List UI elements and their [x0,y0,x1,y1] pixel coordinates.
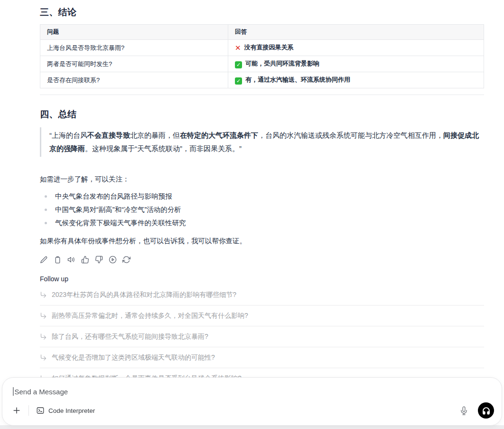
thumbs-down-icon[interactable] [95,256,103,264]
quote-text-bold: 在特定的大气环流条件下 [180,131,258,139]
answer-cell: ✓可能，受共同环流背景影响 [228,56,484,72]
followup-suggestion[interactable]: 气候变化是否增加了这类跨区域极端天气联动的可能性? [40,347,484,368]
section-divider [40,95,484,95]
table-header-row: 问题 回答 [40,25,484,40]
list-item-text: 气候变化背景下极端天气事件的关联性研究 [55,219,186,227]
intro-paragraph: 如需进一步了解，可以关注： [40,175,484,184]
followup-text: 气候变化是否增加了这类跨区域极端天气联动的可能性? [52,353,215,362]
voice-mode-button[interactable] [478,402,494,419]
attach-plus-button[interactable] [12,406,21,415]
section-heading-conclusion: 三、结论 [40,6,484,19]
chat-message-area: 三、结论 问题 回答 上海台风是否导致北京暴雨? ✕没有直接因果关系 两者是否可… [40,0,484,389]
cross-mark-icon: ✕ [235,44,241,52]
controls-divider [28,405,29,416]
composer-controls: Code Interpreter [12,402,494,419]
check-mark-icon: ✓ [235,61,242,68]
question-cell: 上海台风是否导致北京暴雨? [40,40,228,56]
followup-suggestion[interactable]: 除了台风，还有哪些天气系统可能间接导致北京暴雨? [40,326,484,347]
terminal-icon [36,406,45,415]
quote-text-bold: 不会直接导致 [87,131,130,139]
summary-blockquote: “上海的台风不会直接导致北京的暴雨，但在特定的大气环流条件下，台风的水汽输送或残… [40,127,484,157]
message-composer[interactable]: Send a Message Code Interpreter [2,377,502,426]
corner-down-right-icon [40,354,47,361]
followup-text: 2023年杜苏芮台风的具体路径和对北京降雨的影响有哪些细节? [52,291,236,299]
quote-text: “上海的台风 [49,131,87,139]
followup-suggestion[interactable]: 副热带高压异常偏北时，通常会持续多久，对全国天气有什么影响? [40,305,484,326]
answer-cell: ✕没有直接因果关系 [228,40,484,56]
message-action-bar [40,256,484,264]
message-input-placeholder: Send a Message [15,388,68,396]
answer-text: 有，通过水汽输送、环流系统协同作用 [245,76,350,83]
quote-text: 北京的暴雨，但 [130,131,180,139]
quote-text: 。这种现象属于“天气系统联动”，而非因果关系。” [85,144,242,153]
table-row: 上海台风是否导致北京暴雨? ✕没有直接因果关系 [40,40,484,56]
question-cell: 是否存在间接联系? [40,72,228,88]
closing-paragraph: 如果你有具体年份或事件想分析，也可以告诉我，我可以帮你查证。 [40,237,484,246]
followup-text: 副热带高压异常偏北时，通常会持续多久，对全国天气有什么影响? [52,312,248,320]
regenerate-icon[interactable] [122,256,131,264]
page-bottom-strip [0,425,504,429]
speaker-icon[interactable] [67,256,75,264]
code-interpreter-button[interactable]: Code Interpreter [36,406,95,415]
list-item-text: 中国气象局对“副高”和“冷空气”活动的分析 [55,206,181,213]
list-item-text: 中央气象台发布的台风路径与影响预报 [55,192,172,200]
code-interpreter-label: Code Interpreter [48,407,95,414]
column-header-answer: 回答 [228,25,484,40]
list-item: 气候变化背景下极端天气事件的关联性研究 [40,216,484,229]
quote-text: ，台风的水汽输送或残余系统可能与北方冷空气相互作用， [258,131,443,139]
headphones-icon [482,406,491,415]
corner-down-right-icon [40,312,47,319]
table-row: 是否存在间接联系? ✓有，通过水汽输送、环流系统协同作用 [40,72,484,88]
table-row: 两者是否可能同时发生? ✓可能，受共同环流背景影响 [40,56,484,72]
followup-suggestion[interactable]: 2023年杜苏芮台风的具体路径和对北京降雨的影响有哪些细节? [40,285,484,305]
text-caret [13,387,14,396]
play-circle-icon[interactable] [109,256,117,264]
list-item: 中央气象台发布的台风路径与影响预报 [40,190,484,203]
column-header-question: 问题 [40,25,228,40]
corner-down-right-icon [40,291,47,298]
thumbs-up-icon[interactable] [81,256,89,264]
check-mark-icon: ✓ [235,77,242,85]
edit-icon[interactable] [40,256,48,264]
list-item: 中国气象局对“副高”和“冷空气”活动的分析 [40,203,484,216]
followup-section: Follow up 2023年杜苏芮台风的具体路径和对北京降雨的影响有哪些细节?… [40,275,484,389]
copy-icon[interactable] [54,256,62,264]
topics-list: 中央气象台发布的台风路径与影响预报 中国气象局对“副高”和“冷空气”活动的分析 … [40,190,484,229]
followup-label: Follow up [40,275,484,283]
corner-down-right-icon [40,333,47,340]
answer-text: 没有直接因果关系 [244,44,294,51]
microphone-icon[interactable] [459,406,478,415]
section-heading-summary: 四、总结 [40,108,484,121]
question-cell: 两者是否可能同时发生? [40,56,228,72]
followup-text: 除了台风，还有哪些天气系统可能间接导致北京暴雨? [52,333,208,341]
message-input[interactable]: Send a Message [13,387,491,396]
answer-cell: ✓有，通过水汽输送、环流系统协同作用 [228,72,484,88]
answer-text: 可能，受共同环流背景影响 [245,60,319,67]
conclusion-table: 问题 回答 上海台风是否导致北京暴雨? ✕没有直接因果关系 两者是否可能同时发生… [40,24,484,88]
